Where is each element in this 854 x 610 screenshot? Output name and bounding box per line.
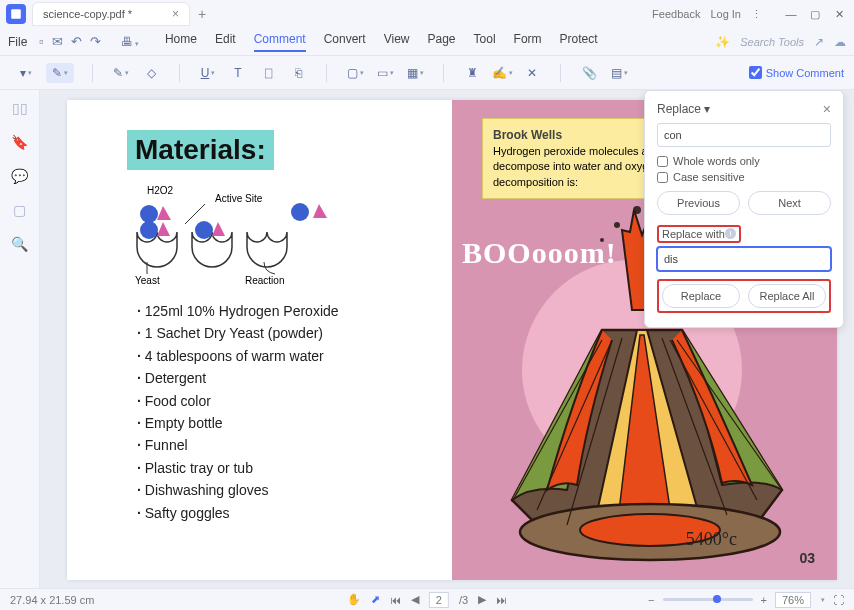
menu-protect[interactable]: Protect xyxy=(560,32,598,52)
login-link[interactable]: Log In xyxy=(710,8,741,20)
menu-home[interactable]: Home xyxy=(165,32,197,52)
comments-icon[interactable]: 💬 xyxy=(11,168,28,184)
svg-point-8 xyxy=(291,203,309,221)
show-comment-toggle[interactable]: Show Comment xyxy=(749,66,844,79)
undo-icon[interactable]: ↶ xyxy=(71,34,82,49)
svg-point-6 xyxy=(195,221,213,239)
replace-all-button[interactable]: Replace All xyxy=(748,284,826,308)
signature-tool-icon[interactable]: ✍▾ xyxy=(492,63,512,83)
kebab-menu-icon[interactable]: ⋮ xyxy=(751,8,762,21)
close-window-icon[interactable]: ✕ xyxy=(830,5,848,23)
replace-panel: Replace ▾ × Whole words only Case sensit… xyxy=(644,90,844,328)
redo-icon[interactable]: ↷ xyxy=(90,34,101,49)
menu-comment[interactable]: Comment xyxy=(254,32,306,52)
print-icon[interactable]: 🖶▾ xyxy=(121,35,139,49)
fit-view-icon[interactable]: ⛶ xyxy=(833,594,844,606)
shape-tool-icon[interactable]: ▢▾ xyxy=(345,63,365,83)
list-item: Plastic tray or tub xyxy=(137,457,432,479)
close-panel-icon[interactable]: × xyxy=(823,101,831,117)
clear-tool-icon[interactable]: ✕ xyxy=(522,63,542,83)
share-icon[interactable]: ↗ xyxy=(814,35,824,49)
stamp-tool-icon[interactable]: ♜ xyxy=(462,63,482,83)
show-comment-checkbox[interactable] xyxy=(749,66,762,79)
ai-icon[interactable]: ✨ xyxy=(715,35,730,49)
document-canvas[interactable]: Materials: H2O2 Active Site xyxy=(40,90,854,588)
first-page-icon[interactable]: ⏮ xyxy=(390,594,401,606)
attachments-icon[interactable]: ▢ xyxy=(13,202,26,218)
replace-mode-dropdown-icon[interactable]: ▾ xyxy=(704,102,710,116)
next-page-icon[interactable]: ▶ xyxy=(478,593,486,606)
search-tools-input[interactable]: Search Tools xyxy=(740,36,804,48)
label-h2o2: H2O2 xyxy=(147,185,174,196)
measure-tool-icon[interactable]: ▭▾ xyxy=(375,63,395,83)
svg-marker-5 xyxy=(157,222,170,236)
zoom-dropdown-icon[interactable]: ▾ xyxy=(821,596,825,604)
temperature-label: 5400°c xyxy=(686,529,737,550)
tab-title: science-copy.pdf * xyxy=(43,8,132,20)
attachment-tool-icon[interactable]: 📎 xyxy=(579,63,599,83)
materials-list: 125ml 10% Hydrogen Peroxide 1 Sachet Dry… xyxy=(127,300,432,524)
list-item: Empty bottle xyxy=(137,412,432,434)
app-logo-icon xyxy=(6,4,26,24)
mail-icon[interactable]: ✉ xyxy=(52,34,63,49)
bookmarks-icon[interactable]: 🔖 xyxy=(11,134,28,150)
callout-tool-icon[interactable]: ⎗ xyxy=(288,63,308,83)
menu-tool[interactable]: Tool xyxy=(474,32,496,52)
page-dimensions: 27.94 x 21.59 cm xyxy=(10,594,94,606)
info-icon[interactable]: i xyxy=(725,228,736,239)
label-yeast: Yeast xyxy=(135,275,160,286)
menu-view[interactable]: View xyxy=(384,32,410,52)
replace-button[interactable]: Replace xyxy=(662,284,740,308)
replace-input[interactable] xyxy=(657,247,831,271)
thumbnails-icon[interactable]: ▯▯ xyxy=(12,100,28,116)
search-input[interactable] xyxy=(657,123,831,147)
feedback-link[interactable]: Feedback xyxy=(652,8,700,20)
case-sensitive-box[interactable] xyxy=(657,172,668,183)
zoom-in-icon[interactable]: + xyxy=(761,594,767,606)
file-menu[interactable]: File xyxy=(8,35,27,49)
next-button[interactable]: Next xyxy=(748,191,831,215)
menu-convert[interactable]: Convert xyxy=(324,32,366,52)
text-tool-icon[interactable]: T xyxy=(228,63,248,83)
cloud-icon[interactable]: ☁ xyxy=(834,35,846,49)
list-item: Safty goggles xyxy=(137,502,432,524)
zoom-slider[interactable] xyxy=(663,598,753,601)
menu-edit[interactable]: Edit xyxy=(215,32,236,52)
pointer-tool-icon[interactable]: ⬈ xyxy=(371,593,380,606)
hand-tool-icon[interactable]: ✋ xyxy=(347,593,361,606)
svg-marker-7 xyxy=(212,222,225,236)
whole-words-box[interactable] xyxy=(657,156,668,167)
document-tab[interactable]: science-copy.pdf * × xyxy=(32,2,190,26)
new-tab-button[interactable]: + xyxy=(198,6,206,22)
stamp-create-icon[interactable]: ▦▾ xyxy=(405,63,425,83)
close-tab-icon[interactable]: × xyxy=(172,7,179,21)
whole-words-checkbox[interactable]: Whole words only xyxy=(657,155,831,167)
select-tool-icon[interactable]: ✎▾ xyxy=(46,63,74,83)
save-icon[interactable]: ▫ xyxy=(39,34,44,49)
previous-button[interactable]: Previous xyxy=(657,191,740,215)
zoom-value[interactable]: 76% xyxy=(775,592,811,608)
list-item: 1 Sachet Dry Yeast (powder) xyxy=(137,322,432,344)
note-tool-icon[interactable]: ▾▾ xyxy=(16,63,36,83)
last-page-icon[interactable]: ⏭ xyxy=(496,594,507,606)
materials-heading: Materials: xyxy=(127,130,274,170)
menu-form[interactable]: Form xyxy=(514,32,542,52)
maximize-icon[interactable]: ▢ xyxy=(806,5,824,23)
current-page-input[interactable]: 2 xyxy=(429,592,449,608)
replace-title[interactable]: Replace xyxy=(657,102,701,116)
menu-page[interactable]: Page xyxy=(428,32,456,52)
svg-point-1 xyxy=(140,205,158,223)
case-sensitive-checkbox[interactable]: Case sensitive xyxy=(657,171,831,183)
comments-panel-icon[interactable]: ▤▾ xyxy=(609,63,629,83)
textbox-tool-icon[interactable]: ⎕ xyxy=(258,63,278,83)
list-item: Food color xyxy=(137,390,432,412)
svg-point-11 xyxy=(614,222,620,228)
menubar: File ▫ ✉ ↶ ↷ 🖶▾ Home Edit Comment Conver… xyxy=(0,28,854,56)
highlight-tool-icon[interactable]: ✎▾ xyxy=(111,63,131,83)
minimize-icon[interactable]: — xyxy=(782,5,800,23)
underline-tool-icon[interactable]: U▾ xyxy=(198,63,218,83)
eraser-tool-icon[interactable]: ◇ xyxy=(141,63,161,83)
prev-page-icon[interactable]: ◀ xyxy=(411,593,419,606)
search-icon[interactable]: 🔍 xyxy=(11,236,28,252)
zoom-out-icon[interactable]: − xyxy=(648,594,654,606)
